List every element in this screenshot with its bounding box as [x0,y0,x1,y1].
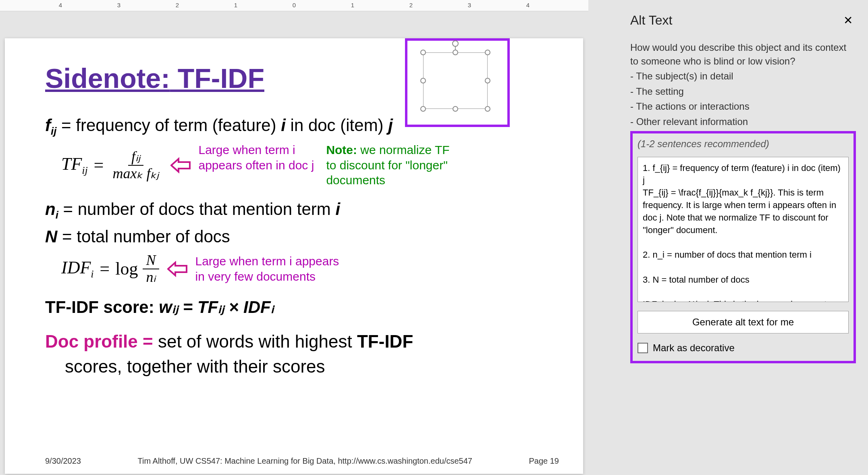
close-button[interactable]: ✕ [840,12,856,29]
tf-annot-1: Large when term i [199,143,295,156]
ruler-mark: 1 [351,2,354,8]
idf-sub: i [91,268,93,280]
ruler-mark: 2 [409,2,413,8]
footer-page: Page 19 [529,456,559,466]
idf-lhs: IDF [61,258,91,277]
doc-profile-label: Doc profile = [45,331,158,351]
title-part-2: TF-IDF [170,63,264,94]
resize-handle-icon[interactable] [453,50,458,55]
tf-annotation-purple: Large when term i appears often in doc j [199,142,314,173]
doc-profile-bold: TF-IDF [357,331,413,351]
slide-canvas[interactable]: Sidenote: TF-IDF fij = frequency of term… [5,38,583,474]
tf-annot-2: appears often in doc j [199,158,314,172]
alt-text-input[interactable] [638,157,849,302]
horizontal-ruler: 4 3 2 1 0 1 2 3 4 [0,0,588,11]
ruler-mark: 4 [526,2,530,8]
pane-description: How would you describe this object and i… [630,41,856,68]
ruler-mark: 0 [293,2,296,8]
resize-handle-icon[interactable] [453,106,458,112]
idf-annot-2: in very few documents [195,270,316,283]
mark-decorative-row[interactable]: Mark as decorative [638,342,849,354]
pane-bullet: - The subject(s) in detail [630,69,856,83]
idf-eq: = [99,258,111,279]
definition-N: N = total number of docs [45,225,543,248]
pane-title: Alt Text [630,13,672,28]
definition-ni: ni = number of docs that mention term i [45,198,543,222]
ruler-mark: 2 [176,2,179,8]
resize-handle-icon[interactable] [485,78,490,83]
rotation-handle-icon[interactable] [452,40,459,47]
tf-formula-row: TFij = fᵢⱼ maxₖ fₖⱼ Large when term i ap… [61,142,543,188]
idf-numerator: N [143,252,159,269]
tfidf-score-line: TF-IDF score: wᵢⱼ = TFᵢⱼ × IDFᵢ [45,297,543,317]
pane-bullet: - The actions or interactions [630,100,856,113]
idf-denominator: nᵢ [143,269,159,285]
doc-profile-text-2: scores, together with their scores [60,356,325,376]
slide-footer: 9/30/2023 Tim Althoff, UW CS547: Machine… [45,456,559,466]
tf-green-label: Note: [326,143,357,156]
ruler-mark: 4 [59,2,62,8]
close-icon: ✕ [843,14,853,27]
ruler-inner: 4 3 2 1 0 1 2 3 4 [0,0,588,11]
score-label: TF-IDF score: [45,298,159,317]
idf-annot-1: Large when term i appears [195,254,339,268]
tf-numerator: fᵢⱼ [128,149,143,166]
decorative-label: Mark as decorative [653,342,735,354]
footer-center: Tim Althoff, UW CS547: Machine Learning … [138,456,472,466]
ruler-mark: 3 [117,2,120,8]
tf-formula: TFij = fᵢⱼ maxₖ fₖⱼ [61,149,162,181]
footer-date: 9/30/2023 [45,456,81,466]
title-part-1: Sidenote: [45,63,170,94]
tf-sub: ij [82,165,87,176]
tf-annotation-green: Note: we normalize TF to discount for "l… [326,142,455,188]
resize-handle-icon[interactable] [420,106,426,112]
idf-annotation: Large when term i appears in very few do… [195,254,339,284]
pane-bullet: - The setting [630,85,856,98]
doc-profile-text-1: set of words with highest [158,331,357,351]
idf-log: log [115,258,138,279]
doc-profile-line: Doc profile = set of words with highest … [45,329,543,379]
alt-text-pane: Alt Text ✕ How would you describe this o… [618,0,868,475]
recommendation-text: (1-2 sentences recommended) [638,138,849,150]
tf-lhs: TF [61,154,82,174]
generate-alt-text-button[interactable]: Generate alt text for me [638,311,849,333]
arrow-left-icon [170,157,191,173]
pane-header: Alt Text ✕ [630,12,856,29]
idf-fraction: N nᵢ [143,252,159,285]
resize-handle-icon[interactable] [485,50,490,55]
resize-handle-icon[interactable] [420,78,426,83]
resize-handle-icon[interactable] [485,106,490,112]
idf-formula-row: IDFi = log N nᵢ Large when term i appear… [61,252,543,285]
decorative-checkbox[interactable] [638,343,648,353]
object-selection[interactable] [423,52,488,109]
tf-eq: = [93,155,105,175]
alt-text-highlight-region: (1-2 sentences recommended) Generate alt… [630,131,856,363]
tf-denominator: maxₖ fₖⱼ [110,166,162,182]
ruler-mark: 3 [468,2,471,8]
resize-handle-icon[interactable] [420,50,426,55]
arrow-left-icon [167,261,187,277]
ruler-mark: 1 [234,2,237,8]
idf-formula: IDFi = log N nᵢ [61,252,159,285]
definition-fij: fij = frequency of term (feature) i in d… [45,114,543,138]
pane-bullet: - Other relevant information [630,115,856,129]
score-formula: wᵢⱼ = TFᵢⱼ × IDFᵢ [159,298,274,317]
tf-fraction: fᵢⱼ maxₖ fₖⱼ [110,149,162,181]
